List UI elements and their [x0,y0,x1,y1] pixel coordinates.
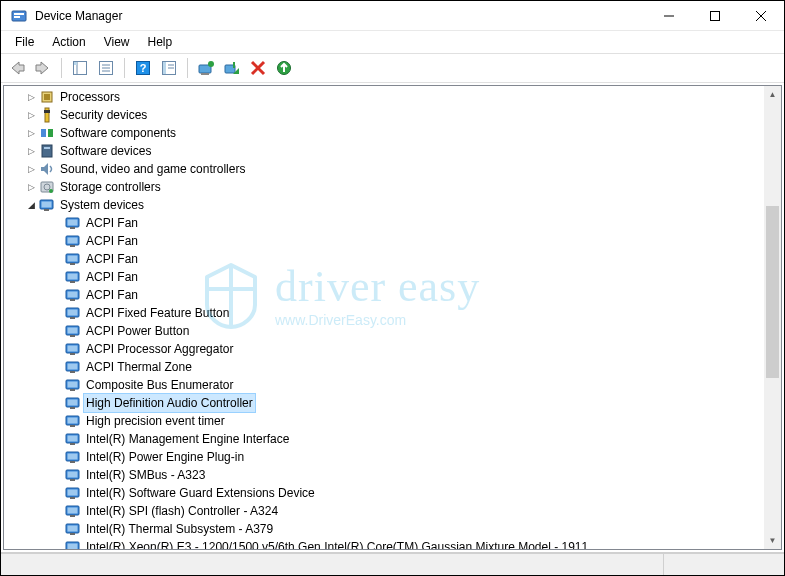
device-label: ACPI Fan [84,232,140,250]
scroll-down-button[interactable]: ▼ [764,532,781,549]
svg-rect-53 [70,281,75,283]
scroll-up-button[interactable]: ▲ [764,86,781,103]
show-hide-tree-button[interactable] [68,56,92,80]
device-node[interactable]: ACPI Fan [4,250,764,268]
device-node[interactable]: Intel(R) Management Engine Interface [4,430,764,448]
system-device-icon [65,431,81,447]
disable-device-button[interactable] [220,56,244,80]
device-node[interactable]: High Definition Audio Controller [4,394,764,412]
svg-rect-89 [70,497,75,499]
window-title: Device Manager [35,9,646,23]
svg-text:?: ? [140,62,147,74]
status-pane [664,554,784,575]
collapse-icon[interactable]: ▷ [24,144,38,158]
device-node[interactable]: Composite Bus Enumerator [4,376,764,394]
device-node[interactable]: ACPI Thermal Zone [4,358,764,376]
system-device-icon [65,323,81,339]
system-device-icon [65,503,81,519]
device-node[interactable]: ACPI Fan [4,232,764,250]
svg-rect-79 [68,436,78,442]
device-node[interactable]: Intel(R) SPI (flash) Controller - A324 [4,502,764,520]
svg-rect-55 [68,292,78,298]
collapse-icon[interactable]: ▷ [24,162,38,176]
help-button[interactable]: ? [131,56,155,80]
collapse-icon[interactable]: ▷ [24,126,38,140]
svg-rect-32 [41,129,46,137]
svg-rect-74 [70,407,75,409]
svg-rect-67 [68,364,78,370]
device-label: ACPI Fan [84,286,140,304]
device-node[interactable]: ACPI Fixed Feature Button [4,304,764,322]
device-node[interactable]: ACPI Fan [4,214,764,232]
system-device-icon [65,215,81,231]
collapse-icon[interactable]: ▷ [24,90,38,104]
expand-icon[interactable]: ◢ [24,198,38,212]
properties-button[interactable] [94,56,118,80]
menu-view[interactable]: View [96,33,138,51]
svg-rect-58 [68,310,78,316]
device-tree-pane: ▷Processors▷Security devices▷Software co… [3,85,782,550]
update-driver-button[interactable] [194,56,218,80]
device-node[interactable]: Intel(R) Power Engine Plug-in [4,448,764,466]
device-node[interactable]: ACPI Fan [4,286,764,304]
device-node[interactable]: High precision event timer [4,412,764,430]
scroll-track[interactable] [764,103,781,532]
system-device-icon [65,305,81,321]
system-device-icon [65,395,81,411]
device-node[interactable]: Intel(R) Thermal Subsystem - A379 [4,520,764,538]
system-device-icon [65,413,81,429]
device-node[interactable]: ACPI Power Button [4,322,764,340]
menu-action[interactable]: Action [44,33,93,51]
toolbar-separator [124,58,125,78]
svg-rect-97 [68,544,78,550]
category-node[interactable]: ▷Security devices [4,106,764,124]
back-button[interactable] [5,56,29,80]
menu-help[interactable]: Help [140,33,181,51]
device-label: Intel(R) Power Engine Plug-in [84,448,246,466]
vertical-scrollbar[interactable]: ▲ ▼ [764,86,781,549]
svg-point-22 [208,61,214,67]
device-label: ACPI Thermal Zone [84,358,194,376]
svg-rect-68 [70,371,75,373]
device-node[interactable]: Intel(R) Software Guard Extensions Devic… [4,484,764,502]
minimize-button[interactable] [646,1,692,31]
svg-rect-80 [70,443,75,445]
close-button[interactable] [738,1,784,31]
category-node[interactable]: ▷Software components [4,124,764,142]
category-node[interactable]: ▷Storage controllers [4,178,764,196]
system-device-icon [65,539,81,549]
device-node[interactable]: Intel(R) Xeon(R) E3 - 1200/1500 v5/6th G… [4,538,764,549]
svg-rect-31 [44,110,50,113]
category-label: Storage controllers [58,178,163,196]
uninstall-device-button[interactable] [246,56,270,80]
category-node[interactable]: ◢System devices [4,196,764,214]
device-label: Intel(R) SPI (flash) Controller - A324 [84,502,280,520]
device-tree[interactable]: ▷Processors▷Security devices▷Software co… [4,86,764,549]
svg-rect-49 [68,256,78,262]
maximize-button[interactable] [692,1,738,31]
device-node[interactable]: ACPI Fan [4,268,764,286]
forward-button[interactable] [31,56,55,80]
menu-file[interactable]: File [7,33,42,51]
category-node[interactable]: ▷Sound, video and game controllers [4,160,764,178]
scan-for-changes-button[interactable] [272,56,296,80]
device-node[interactable]: Intel(R) SMBus - A323 [4,466,764,484]
svg-rect-64 [68,346,78,352]
category-node[interactable]: ▷Processors [4,88,764,106]
collapse-icon[interactable]: ▷ [24,108,38,122]
svg-rect-59 [70,317,75,319]
device-label: ACPI Fan [84,250,140,268]
device-node[interactable]: ACPI Processor Aggregator [4,340,764,358]
scroll-thumb[interactable] [766,206,779,378]
device-label: ACPI Power Button [84,322,191,340]
svg-point-38 [49,189,53,193]
menubar: File Action View Help [1,31,784,53]
system-device-icon [65,449,81,465]
collapse-icon[interactable]: ▷ [24,180,38,194]
svg-rect-41 [44,209,49,211]
system-device-icon [65,377,81,393]
system-device-icon [65,269,81,285]
scan-hardware-button[interactable] [157,56,181,80]
category-node[interactable]: ▷Software devices [4,142,764,160]
device-label: Intel(R) Management Engine Interface [84,430,291,448]
